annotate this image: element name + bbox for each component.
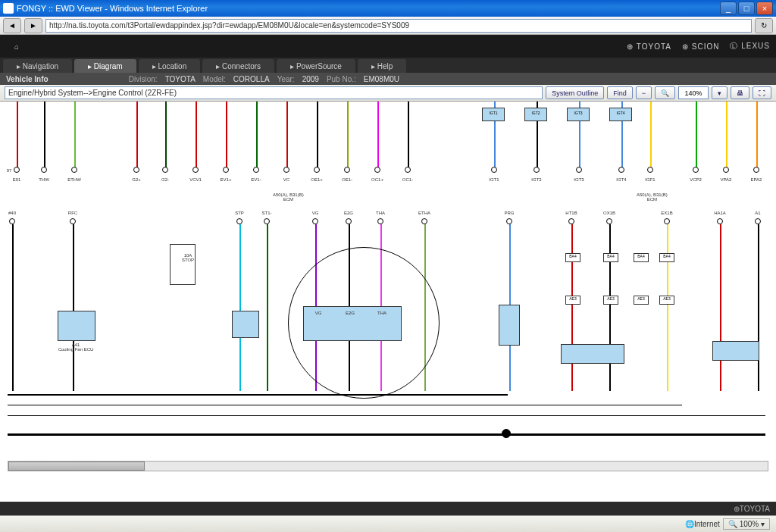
maximize-button[interactable]: □ <box>738 2 755 15</box>
wire-label: OX1B <box>603 211 615 215</box>
zoom-dropdown[interactable]: ▾ <box>712 86 728 99</box>
wire[interactable] <box>196 102 197 168</box>
oxygen-sensor[interactable] <box>561 344 624 364</box>
wire[interactable] <box>286 102 288 168</box>
app-status-bar: ⊕TOYOTA <box>0 502 776 515</box>
home-button[interactable]: ⌂ <box>6 38 27 55</box>
pin-circle <box>162 167 168 173</box>
pin-circle <box>346 218 352 224</box>
wire[interactable] <box>165 102 167 168</box>
wire[interactable] <box>267 224 268 391</box>
tab-location[interactable]: ▸ Location <box>139 59 201 73</box>
pin-circle <box>723 167 729 173</box>
ignition-coil[interactable]: IGT4 <box>609 108 632 121</box>
wire[interactable] <box>226 102 227 168</box>
wire[interactable] <box>73 224 74 391</box>
wire[interactable] <box>377 102 379 168</box>
pin-circle <box>606 218 612 224</box>
tab-help[interactable]: ▸ Help <box>358 59 406 73</box>
tab-powersource[interactable]: ▸ PowerSource <box>277 59 355 73</box>
wire[interactable] <box>758 224 759 391</box>
wire[interactable] <box>408 102 409 168</box>
wiring-diagram[interactable]: 97E01THWETHWG2+G2-VCV1EV1+EV1-VCOE1+OE1-… <box>0 102 776 476</box>
ba-box: BA4 <box>659 253 674 262</box>
ie-icon <box>3 3 14 14</box>
ecm-label-a: A50(A), B31(B) ECM <box>273 192 304 202</box>
pin-circle <box>717 218 723 224</box>
back-button[interactable]: ◄ <box>3 18 21 33</box>
zoom-out-button[interactable]: − <box>636 86 652 99</box>
wire-label: STP <box>235 211 244 215</box>
wire-label: EX1B <box>661 211 672 215</box>
pin-circle <box>192 167 199 173</box>
wire-label: #40 <box>8 211 16 215</box>
wire[interactable] <box>239 224 241 391</box>
af-sensor[interactable] <box>712 341 759 361</box>
wire-label: THA <box>376 211 385 215</box>
ignition-coil[interactable]: IGT3 <box>567 108 590 121</box>
ignition-coil[interactable]: IGT1 <box>482 108 505 121</box>
pin-circle <box>312 218 318 224</box>
zoom-in-button[interactable]: 🔍 <box>655 86 675 99</box>
logo-toyota: ⊕ TOYOTA <box>627 42 671 51</box>
minimize-button[interactable]: _ <box>720 2 737 15</box>
wire[interactable] <box>44 102 45 168</box>
forward-button[interactable]: ► <box>24 18 42 33</box>
tab-diagram[interactable]: ▸ Diagram <box>74 59 136 73</box>
close-button[interactable]: × <box>756 2 773 15</box>
fuse-10a-stop[interactable] <box>170 244 196 285</box>
stop-light-switch[interactable] <box>232 311 259 338</box>
address-bar: ◄ ► http://na.tis.toyota.com/t3Portal/ew… <box>0 17 776 35</box>
bus-line <box>8 394 508 396</box>
wire[interactable] <box>726 102 728 168</box>
wire[interactable] <box>609 224 611 391</box>
wire[interactable] <box>74 102 76 168</box>
ie-status-bar: 🌐 Internet 🔍 100% ▾ <box>0 515 776 532</box>
horizontal-scrollbar[interactable] <box>8 461 768 471</box>
brand-bar: ⌂ ⊕ TOYOTA ⊛ SCION Ⓛ LEXUS <box>0 35 776 58</box>
pin-circle <box>14 167 20 173</box>
wire[interactable] <box>256 102 258 168</box>
cooling-fan-ecu[interactable] <box>58 311 95 341</box>
wire[interactable] <box>317 102 318 168</box>
wire[interactable] <box>136 102 138 168</box>
tab-bar: ▸ Navigation▸ Diagram▸ Location▸ Connect… <box>0 58 776 73</box>
purge-vsv[interactable] <box>499 305 520 346</box>
wire[interactable] <box>17 102 18 168</box>
wire[interactable] <box>720 224 721 391</box>
wire-label: VG <box>312 211 319 215</box>
diagram-path[interactable]: Engine/Hybrid System-->Engine Control (2… <box>5 86 543 99</box>
scrollbar-thumb[interactable] <box>8 462 145 471</box>
tab-navigation[interactable]: ▸ Navigation <box>3 59 72 73</box>
junction-dot <box>502 429 511 438</box>
internet-zone-label: Internet <box>694 520 720 528</box>
wire[interactable] <box>650 102 652 168</box>
wire-label: VC <box>283 177 289 182</box>
wire-label: ETHW <box>67 177 81 182</box>
wire[interactable] <box>347 102 349 168</box>
system-outline-button[interactable]: System Outline <box>546 86 604 99</box>
print-button[interactable]: 🖶 <box>731 86 749 99</box>
wire[interactable] <box>12 224 14 391</box>
pin-circle <box>755 218 761 224</box>
window-title: FONGY :: EWD Viewer - Windows Internet E… <box>17 4 720 13</box>
refresh-button[interactable]: ↻ <box>755 18 773 33</box>
pin-circle <box>9 218 15 224</box>
tab-connectors[interactable]: ▸ Connectors <box>202 59 274 73</box>
wire[interactable] <box>696 102 697 168</box>
find-button[interactable]: Find <box>607 86 633 99</box>
zoom-level[interactable]: 140% <box>678 86 709 99</box>
wire[interactable] <box>756 102 758 168</box>
wire-label: EV1+ <box>221 177 232 182</box>
wire[interactable] <box>667 224 668 391</box>
wire-label: RFC <box>68 211 77 215</box>
wire[interactable] <box>571 224 573 391</box>
ignition-coil[interactable]: IGT2 <box>524 108 547 121</box>
internet-zone-icon: 🌐 <box>685 520 694 528</box>
pin-circle <box>133 167 139 173</box>
ie-zoom[interactable]: 🔍 100% ▾ <box>723 518 770 530</box>
fullscreen-button[interactable]: ⛶ <box>753 86 771 99</box>
url-field[interactable]: http://na.tis.toyota.com/t3Portal/ewdapp… <box>45 19 752 33</box>
ba-box: BA4 <box>565 253 580 262</box>
wire-label: VPA2 <box>721 177 732 182</box>
